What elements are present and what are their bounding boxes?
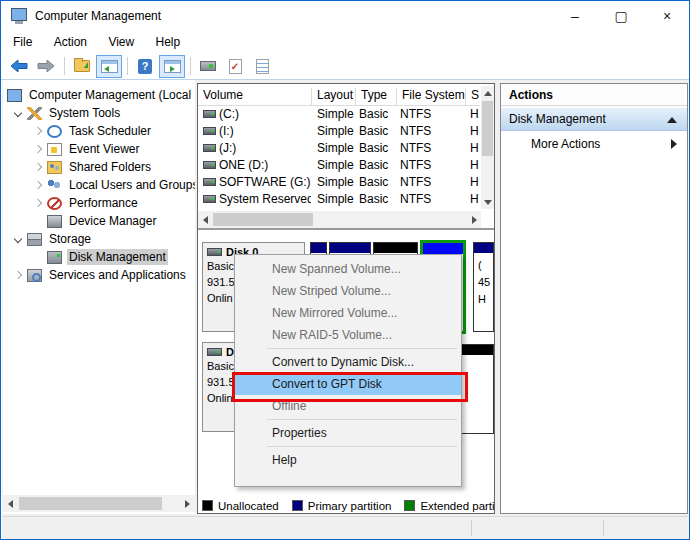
close-button[interactable]: × <box>644 1 690 31</box>
menu-file[interactable]: File <box>1 31 41 53</box>
scrollbar-thumb[interactable] <box>482 101 493 156</box>
tree-item-system-tools[interactable]: System Tools <box>3 104 195 122</box>
volume-icon <box>203 195 216 203</box>
volume-row[interactable]: (C:) Simple Basic NTFS H <box>198 106 480 123</box>
tree-item-storage[interactable]: Storage <box>3 230 195 248</box>
collapse-icon[interactable] <box>667 117 677 123</box>
tree-item-performance[interactable]: Performance <box>3 194 195 212</box>
status-bar <box>2 516 690 539</box>
tree-item-disk-management[interactable]: Disk Management <box>3 248 195 266</box>
scroll-left-arrow[interactable] <box>198 211 212 228</box>
task-check-button[interactable]: ✓ <box>222 55 248 78</box>
more-actions-item[interactable]: More Actions <box>501 133 687 156</box>
scroll-down-arrow[interactable] <box>481 195 494 209</box>
scroll-right-arrow[interactable] <box>467 211 481 228</box>
volume-status: H <box>470 158 480 172</box>
disk-icon <box>207 248 222 256</box>
tree-item-shared-folders[interactable]: Shared Folders <box>3 158 195 176</box>
menu-item-properties[interactable]: Properties <box>235 422 461 444</box>
scroll-left-arrow[interactable] <box>3 495 18 512</box>
column-header-file-system[interactable]: File System <box>397 88 466 106</box>
expander-closed-icon[interactable] <box>29 140 47 158</box>
menu-view[interactable]: View <box>99 31 143 53</box>
expander-open-icon[interactable] <box>9 104 27 122</box>
volume-row[interactable]: (J:) Simple Basic NTFS H <box>198 140 480 157</box>
disk1-name: D <box>226 346 234 358</box>
checklist-button[interactable] <box>249 55 275 78</box>
scrollbar-thumb[interactable] <box>213 213 313 226</box>
expander-closed-icon[interactable] <box>9 266 27 284</box>
scroll-right-arrow[interactable] <box>180 495 195 512</box>
tree-item-computer-management[interactable]: Computer Management (Local <box>3 86 195 104</box>
volume-layout: Simple <box>317 192 354 206</box>
tree-item-task-scheduler[interactable]: Task Scheduler <box>3 122 195 140</box>
tree-item-local-users-and-groups[interactable]: Local Users and Groups <box>3 176 195 194</box>
users-icon <box>47 179 62 192</box>
scroll-up-arrow[interactable] <box>481 86 494 100</box>
partition-health: H <box>478 291 493 308</box>
volume-fs: NTFS <box>400 175 431 189</box>
export-list-button[interactable] <box>69 55 95 78</box>
back-button[interactable] <box>6 55 32 78</box>
tree-item-label: Event Viewer <box>67 141 141 157</box>
scrollbar-thumb[interactable] <box>19 497 162 510</box>
volume-row[interactable]: System Reserved Simple Basic NTFS H <box>198 191 480 208</box>
menu-item-help[interactable]: Help <box>235 449 461 471</box>
volume-row[interactable]: SOFTWARE (G:) Simple Basic NTFS H <box>198 174 480 191</box>
show-action-pane-button[interactable] <box>159 55 185 78</box>
volume-rows: (C:) Simple Basic NTFS H (I:) Simple Bas… <box>198 106 480 208</box>
volume-list-horizontal-scrollbar[interactable] <box>198 211 481 228</box>
column-header-type[interactable]: Type <box>356 88 397 106</box>
volume-status: H <box>470 141 480 155</box>
device-manager-icon <box>47 215 62 228</box>
expander-closed-icon[interactable] <box>29 194 47 212</box>
event-viewer-icon <box>47 143 62 156</box>
tree-item-event-viewer[interactable]: Event Viewer <box>3 140 195 158</box>
expander-closed-icon[interactable] <box>29 176 47 194</box>
volume-type: Basic <box>359 175 388 189</box>
volume-name: (I:) <box>219 124 311 138</box>
menu-action[interactable]: Action <box>45 31 96 53</box>
minimize-button[interactable]: – <box>552 1 598 31</box>
expander-closed-icon[interactable] <box>29 158 47 176</box>
volume-list-vertical-scrollbar[interactable] <box>481 86 494 209</box>
menu-item-convert-to-dynamic-disk[interactable]: Convert to Dynamic Disk... <box>235 351 461 373</box>
partition-legend: Unallocated Primary partition Extended p… <box>198 496 494 514</box>
expander-open-icon[interactable] <box>9 230 27 248</box>
actions-group-disk-management[interactable]: Disk Management <box>501 108 687 131</box>
show-console-tree-button[interactable] <box>96 55 122 78</box>
tree-horizontal-scrollbar[interactable] <box>3 495 195 512</box>
volume-row[interactable]: ONE (D:) Simple Basic NTFS H <box>198 157 480 174</box>
forward-button[interactable] <box>33 55 59 78</box>
help-button[interactable]: ? <box>132 55 158 78</box>
tree-item-device-manager[interactable]: Device Manager <box>3 212 195 230</box>
tree-item-label: Services and Applications <box>47 267 188 283</box>
volume-icon <box>203 110 216 118</box>
forward-icon <box>37 60 55 72</box>
disk0-partition-3[interactable]: ( 45 H <box>473 242 494 332</box>
tree-item-services-and-applications[interactable]: Services and Applications <box>3 266 195 284</box>
status-bar-divider <box>471 520 472 536</box>
volume-row[interactable]: (I:) Simple Basic NTFS H <box>198 123 480 140</box>
device-status-button[interactable] <box>195 55 221 78</box>
toolbar-separator <box>64 57 65 75</box>
column-header-layout[interactable]: Layout <box>312 88 356 106</box>
expander-closed-icon[interactable] <box>29 122 47 140</box>
volume-name: ONE (D:) <box>219 158 311 172</box>
column-header-volume[interactable]: Volume <box>198 88 312 106</box>
clock-icon <box>47 125 62 138</box>
toolbar: ? ✓ <box>1 53 689 80</box>
disk-management-icon <box>47 251 62 264</box>
tree-item-label: Storage <box>47 231 93 247</box>
window-title: Computer Management <box>35 9 161 23</box>
column-header-status[interactable]: S <box>466 88 480 106</box>
tree-item-label: Performance <box>67 195 140 211</box>
maximize-button[interactable]: ▢ <box>598 1 644 31</box>
volume-layout: Simple <box>317 124 354 138</box>
volume-list: Volume Layout Type File System S (C:) Si… <box>198 84 494 230</box>
actions-header: Actions <box>501 84 687 106</box>
menu-item-new-raid5-volume: New RAID-5 Volume... <box>235 324 461 346</box>
menu-item-new-mirrored-volume: New Mirrored Volume... <box>235 302 461 324</box>
toolbar-separator <box>190 57 191 75</box>
menu-help[interactable]: Help <box>147 31 190 53</box>
